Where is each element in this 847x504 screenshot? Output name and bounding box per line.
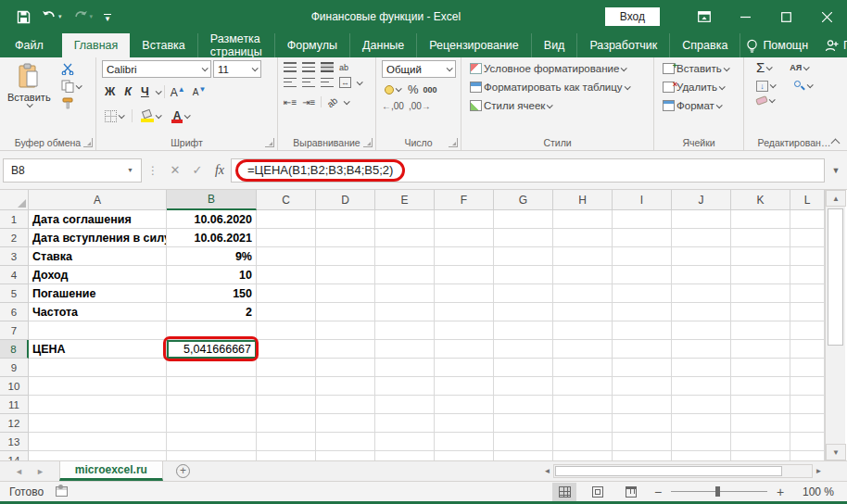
cell-L7[interactable] <box>790 321 825 340</box>
vertical-scrollbar[interactable]: ▲ ▼ <box>825 190 845 460</box>
align-middle-icon[interactable] <box>302 62 315 72</box>
cell-H7[interactable] <box>553 321 613 340</box>
maximize-icon[interactable] <box>765 0 806 33</box>
macro-record-icon[interactable] <box>56 486 68 497</box>
scroll-down-icon[interactable]: ▼ <box>826 444 846 460</box>
cell-L3[interactable] <box>790 247 825 266</box>
percent-style-button[interactable]: % <box>408 82 419 96</box>
cell-F14[interactable] <box>435 451 494 460</box>
cell-A8[interactable]: ЦЕНА <box>29 340 167 359</box>
cell-A6[interactable]: Частота <box>29 303 167 321</box>
cell-B7[interactable] <box>167 321 257 340</box>
cell-C2[interactable] <box>257 229 316 247</box>
cell-D3[interactable] <box>316 247 375 266</box>
cell-G13[interactable] <box>494 433 553 451</box>
merge-center-icon[interactable]: ↔ <box>339 77 351 88</box>
underline-dropdown-icon[interactable] <box>155 88 161 94</box>
cell-G2[interactable] <box>494 229 553 247</box>
clear-button[interactable] <box>753 96 777 105</box>
font-color-button[interactable]: А <box>169 108 192 123</box>
cell-K1[interactable] <box>731 210 790 229</box>
cell-E5[interactable] <box>375 284 435 303</box>
cell-L4[interactable] <box>790 266 825 284</box>
cell-C6[interactable] <box>257 303 316 321</box>
cell-E6[interactable] <box>375 303 435 321</box>
cell-L5[interactable] <box>790 284 825 303</box>
insert-cells-button[interactable]: Вставить <box>660 62 738 75</box>
cell-J5[interactable] <box>672 284 731 303</box>
cell-C8[interactable] <box>257 340 316 359</box>
cell-K2[interactable] <box>731 229 790 247</box>
cell-H11[interactable] <box>553 396 613 414</box>
cell-I6[interactable] <box>613 303 672 321</box>
tab-formulas[interactable]: Формулы <box>275 33 350 57</box>
cell-D14[interactable] <box>316 451 375 460</box>
cell-I10[interactable] <box>613 377 672 396</box>
cancel-entry-icon[interactable]: ✕ <box>164 163 186 177</box>
cell-H6[interactable] <box>553 303 613 321</box>
bold-button[interactable]: Ж <box>102 85 118 98</box>
cell-F3[interactable] <box>435 247 494 266</box>
enter-entry-icon[interactable]: ✓ <box>186 163 209 177</box>
tab-home[interactable]: Главная <box>62 33 131 57</box>
cell-L13[interactable] <box>790 433 825 451</box>
cell-G5[interactable] <box>494 284 553 303</box>
cell-B13[interactable] <box>167 433 257 451</box>
cell-E1[interactable] <box>375 210 435 229</box>
cell-J3[interactable] <box>672 247 731 266</box>
increase-font-button[interactable]: А▲ <box>169 85 187 99</box>
cell-H5[interactable] <box>553 284 613 303</box>
column-header-E[interactable]: E <box>375 190 435 210</box>
cell-A5[interactable]: Погашение <box>29 284 167 303</box>
zoom-slider-thumb[interactable] <box>715 486 720 497</box>
cell-J8[interactable] <box>672 340 731 359</box>
row-header-10[interactable]: 10 <box>0 377 29 396</box>
column-header-J[interactable]: J <box>672 190 731 210</box>
cell-C14[interactable] <box>257 451 316 460</box>
cell-L8[interactable] <box>790 340 825 359</box>
cell-D10[interactable] <box>316 377 375 396</box>
cell-F9[interactable] <box>435 359 494 377</box>
cell-D2[interactable] <box>316 229 375 247</box>
new-sheet-icon[interactable]: + <box>176 464 190 478</box>
cell-I5[interactable] <box>613 284 672 303</box>
undo-icon[interactable]: ▾ <box>38 8 66 25</box>
autosum-button[interactable]: Σ <box>753 60 774 75</box>
cell-E10[interactable] <box>375 377 435 396</box>
sheet-tab-active[interactable]: microexcel.ru <box>59 461 163 481</box>
font-dialog-launcher-icon[interactable] <box>265 138 274 147</box>
save-icon[interactable] <box>13 8 34 26</box>
cell-L14[interactable] <box>790 451 825 460</box>
cell-A10[interactable] <box>29 377 167 396</box>
cell-K9[interactable] <box>731 359 790 377</box>
cell-J11[interactable] <box>672 396 731 414</box>
tab-data[interactable]: Данные <box>350 33 417 57</box>
name-box-dropdown-icon[interactable]: ▼ <box>127 167 141 173</box>
cell-G12[interactable] <box>494 414 553 433</box>
column-header-F[interactable]: F <box>435 190 494 210</box>
cell-D6[interactable] <box>316 303 375 321</box>
row-header-7[interactable]: 7 <box>0 321 29 340</box>
formula-bar-splitter[interactable]: ⋮ <box>142 164 164 177</box>
tab-review[interactable]: Рецензирование <box>417 33 532 57</box>
cell-A11[interactable] <box>29 396 167 414</box>
name-box[interactable]: B8 ▼ <box>3 158 142 183</box>
minimize-icon[interactable] <box>725 0 765 33</box>
cell-C4[interactable] <box>257 266 316 284</box>
cell-A4[interactable]: Доход <box>29 266 167 284</box>
align-bottom-icon[interactable] <box>321 62 334 72</box>
cell-A14[interactable] <box>29 451 167 460</box>
expand-formula-bar-icon[interactable]: ▼ <box>825 166 847 175</box>
cell-H3[interactable] <box>553 247 613 266</box>
cut-button[interactable] <box>58 62 83 76</box>
cell-G8[interactable] <box>494 340 553 359</box>
scroll-left-icon[interactable]: ◄ <box>541 467 553 475</box>
cell-F1[interactable] <box>435 210 494 229</box>
cell-K3[interactable] <box>731 247 790 266</box>
cell-I1[interactable] <box>613 210 672 229</box>
decrease-font-button[interactable]: А▼ <box>191 85 209 97</box>
decrease-indent-icon[interactable]: ⇤≡ <box>284 97 297 107</box>
alignment-dialog-launcher-icon[interactable] <box>363 138 373 147</box>
row-header-3[interactable]: 3 <box>0 247 29 266</box>
zoom-out-icon[interactable]: − <box>652 485 664 499</box>
